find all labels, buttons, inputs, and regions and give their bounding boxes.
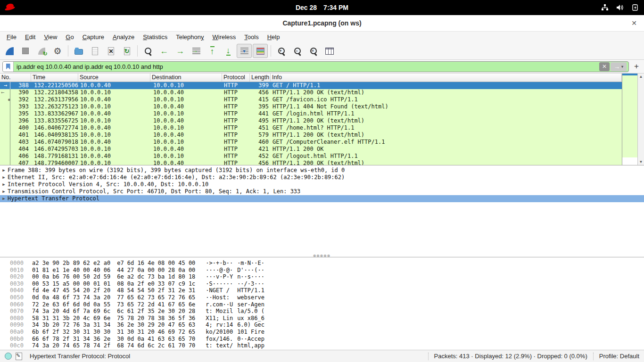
column-header-info[interactable]: Info [271,74,622,82]
packet-list-scrollbar[interactable]: ▲ ▼ [637,74,644,165]
detail-row[interactable]: ▶Ethernet II, Src: e2:a0:e7:6d:16:4e (e2… [0,174,644,181]
cell-length: 421 [250,146,271,153]
packet-row[interactable]: 406148.77916813110.0.0.4010.0.0.10HTTP45… [0,153,622,160]
ascii-bytes: ··/·3··· [237,280,264,288]
menu-file[interactable]: File [3,33,20,41]
hex-row[interactable]: 002000 0a b6 76 00 50 2d 596e a2 dc 73 b… [10,273,644,280]
find-packet-button[interactable] [140,44,156,58]
packet-row[interactable]: 388132.22125050610.0.0.4010.0.0.10HTTP39… [0,82,622,89]
packet-row[interactable]: 404146.07429570310.0.0.1010.0.0.40HTTP42… [0,146,622,153]
zoom-out-button[interactable]: − [290,44,305,58]
start-capture-button[interactable] [2,44,17,58]
hex-row[interactable]: 0040fd 4e 47 45 54 20 2f 2048 54 54 50 2… [10,287,644,294]
save-file-button[interactable] [87,44,102,58]
go-last-packet-button[interactable]: ↓ [221,44,236,58]
restart-capture-button[interactable] [34,44,49,58]
go-to-packet-button[interactable] [189,44,204,58]
filter-add-button[interactable]: + [631,62,642,71]
menu-wireless[interactable]: Wireless [209,33,240,41]
cell-source: 10.0.0.40 [78,153,150,160]
packet-number: 396 [13,117,31,124]
packet-row[interactable]: 396133.83355672510.0.0.1010.0.0.40HTTP49… [0,117,622,124]
expander-triangle-icon[interactable]: ▶ [0,181,8,188]
scroll-up-icon[interactable]: ▲ [639,74,643,79]
column-header-destination[interactable]: Destination [150,74,222,82]
hex-row[interactable]: 00c074 3a 20 74 65 78 74 2f68 74 6d 6c 2… [10,342,644,349]
detail-row[interactable]: ▶Hypertext Transfer Protocol [0,195,644,202]
detail-row[interactable]: ▶Frame 388: 399 bytes on wire (3192 bits… [0,167,644,174]
status-profile[interactable]: Profile: Default [599,353,639,360]
packet-row[interactable]: 390132.22180435810.0.0.1010.0.0.40HTTP45… [0,89,622,96]
packet-row[interactable]: 401146.04093813510.0.0.1010.0.0.40HTTP57… [0,132,622,139]
detail-row[interactable]: ▶Transmission Control Protocol, Src Port… [0,188,644,195]
capture-options-button[interactable] [50,44,65,58]
volume-icon[interactable] [616,4,624,11]
redhat-logo-icon[interactable] [5,3,17,12]
menu-capture[interactable]: Capture [79,33,108,41]
menu-edit[interactable]: Edit [21,33,39,41]
display-filter-input[interactable] [14,63,599,70]
menu-view[interactable]: View [40,33,61,41]
menu-help[interactable]: Help [264,33,284,41]
open-file-button[interactable] [71,44,86,58]
filter-bookmark-button[interactable] [3,62,14,72]
go-back-button[interactable]: ← [157,44,172,58]
auto-scroll-button[interactable] [237,44,252,58]
expander-triangle-icon[interactable]: ▶ [0,174,8,181]
packet-row[interactable]: 393132.26327512310.0.0.1010.0.0.40HTTP39… [0,103,622,110]
network-icon[interactable] [601,4,609,11]
hex-row[interactable]: 009034 3b 20 72 76 3a 31 3436 2e 30 29 2… [10,321,644,329]
packet-row[interactable]: 392132.26313795610.0.0.4010.0.0.10HTTP41… [0,96,622,103]
column-header-length[interactable]: Length [250,74,271,82]
menu-analyze[interactable]: Analyze [109,33,138,41]
menu-go[interactable]: Go [62,33,77,41]
expander-triangle-icon[interactable]: ▶ [0,188,8,195]
column-header-time[interactable]: Time [31,74,78,82]
scroll-down-icon[interactable]: ▼ [639,160,643,164]
battery-icon[interactable] [631,4,639,11]
hex-row[interactable]: 001001 81 e1 1e 40 00 40 0644 27 0a 00 0… [10,267,644,274]
hex-row[interactable]: 006072 2e 63 6f 6d 0d 0a 5573 65 72 2d 4… [10,301,644,308]
menu-statistics[interactable]: Statistics [139,33,171,41]
hex-row[interactable]: 0000a2 3e 90 2b 89 62 e2 a0e7 6d 16 4e 0… [10,260,644,267]
window-close-button[interactable]: ✕ [629,18,639,28]
column-header-no[interactable]: No. [0,74,31,82]
capture-comment-icon[interactable] [16,353,22,360]
hex-row[interactable]: 00a06b 6f 2f 32 30 31 30 3031 30 31 20 4… [10,329,644,336]
hex-row[interactable]: 007074 3a 20 4d 6f 7a 69 6c6c 61 2f 35 2… [10,308,644,315]
detail-row[interactable]: ▶Internet Protocol Version 4, Src: 10.0.… [0,181,644,188]
zoom-in-button[interactable]: + [274,44,289,58]
menu-tools[interactable]: Tools [240,33,262,41]
filter-apply-button[interactable]: →▾ [611,62,627,71]
zoom-reset-button[interactable]: = [306,44,321,58]
reload-file-button[interactable] [119,44,134,58]
packet-row[interactable]: 395133.83336296710.0.0.4010.0.0.10HTTP44… [0,110,622,117]
menu-telephony[interactable]: Telephony [172,33,207,41]
expert-info-icon[interactable] [5,353,12,360]
close-file-button[interactable] [103,44,118,58]
intelligent-scrollbar-minimap[interactable] [622,74,637,165]
go-forward-button[interactable]: → [173,44,188,58]
column-header-source[interactable]: Source [78,74,150,82]
hex-row[interactable]: 00500d 0a 48 6f 73 74 3a 2077 65 62 73 6… [10,294,644,301]
hex-row[interactable]: 003000 53 15 a5 00 00 01 0108 0a 2f e0 3… [10,280,644,288]
hex-row[interactable]: 00b066 6f 78 2f 31 34 36 2e30 0d 0a 41 6… [10,336,644,343]
cell-length: 456 [250,89,271,96]
clock[interactable]: Dec 28 7:34 PM [296,4,348,11]
packet-row[interactable]: 407148.77946000710.0.0.1010.0.0.40HTTP45… [0,160,622,165]
splitter-grip[interactable]: ●●●●● [313,254,330,257]
hex-row[interactable]: 008058 31 31 3b 20 4c 69 6e75 78 20 78 3… [10,315,644,322]
expander-triangle-icon[interactable]: ▶ [0,167,8,174]
hex-bytes: 6c 61 2f 35 2e 30 20 28 [117,308,195,315]
stop-capture-button[interactable] [18,44,33,58]
filter-clear-button[interactable]: ✕ [599,62,610,71]
packet-row[interactable]: 400146.04067277410.0.0.4010.0.0.10HTTP45… [0,124,622,132]
expander-triangle-icon[interactable]: ▶ [0,195,8,202]
packet-row[interactable]: 403146.07407901810.0.0.4010.0.0.10HTTP46… [0,139,622,146]
main-toolbar: ←→↑↓+−= [0,42,644,60]
resize-columns-button[interactable] [322,44,337,58]
detail-text: Frame 388: 399 bytes on wire (3192 bits)… [8,167,345,174]
colorize-packets-button[interactable] [253,44,268,58]
go-first-packet-button[interactable]: ↑ [205,44,220,58]
column-header-protocol[interactable]: Protocol [222,74,250,82]
